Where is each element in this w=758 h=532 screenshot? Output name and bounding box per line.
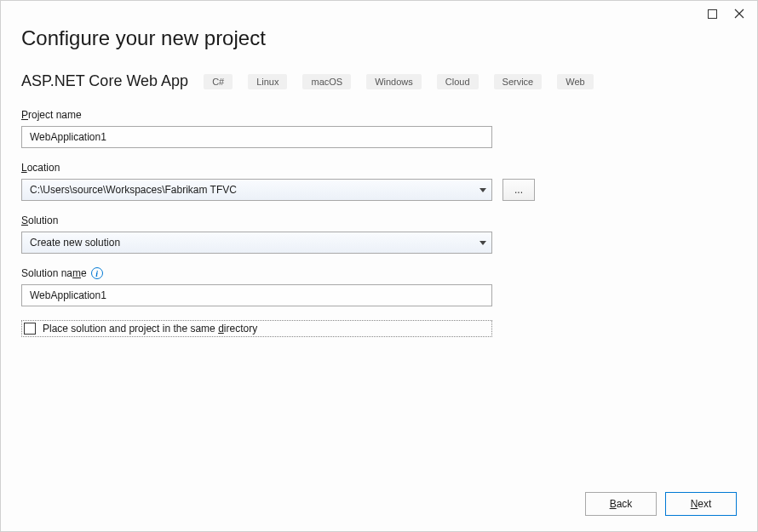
svg-rect-0 <box>708 9 716 18</box>
next-button[interactable]: Next <box>665 492 737 516</box>
chevron-down-icon <box>479 188 486 192</box>
template-tag: Web <box>557 74 593 89</box>
template-tag: Windows <box>366 74 422 89</box>
template-header: ASP.NET Core Web App C# Linux macOS Wind… <box>21 72 737 90</box>
template-tag: macOS <box>302 74 351 89</box>
project-name-label: Project name <box>21 109 737 121</box>
chevron-down-icon <box>479 241 486 245</box>
template-tag: Service <box>494 74 543 89</box>
template-name: ASP.NET Core Web App <box>21 72 188 90</box>
solution-name-input[interactable] <box>21 284 492 306</box>
solution-value: Create new solution <box>30 237 120 249</box>
location-label: Location <box>21 162 737 174</box>
maximize-button[interactable] <box>706 8 718 20</box>
template-tag: C# <box>204 74 233 89</box>
same-directory-checkbox[interactable] <box>24 323 36 335</box>
info-icon[interactable]: i <box>91 267 103 279</box>
solution-combo[interactable]: Create new solution <box>21 232 492 254</box>
location-value: C:\Users\source\Workspaces\Fabrikam TFVC <box>30 184 237 196</box>
solution-label: Solution <box>21 215 737 226</box>
template-tag: Linux <box>248 74 287 89</box>
project-name-input[interactable] <box>21 126 492 148</box>
location-combo[interactable]: C:\Users\source\Workspaces\Fabrikam TFVC <box>21 179 492 201</box>
same-directory-row[interactable]: Place solution and project in the same d… <box>21 320 492 337</box>
template-tag: Cloud <box>437 74 479 89</box>
page-title: Configure your new project <box>21 26 737 50</box>
close-button[interactable] <box>733 8 745 20</box>
browse-button[interactable]: ... <box>502 179 535 201</box>
solution-name-label: Solution name i <box>21 267 737 279</box>
same-directory-label: Place solution and project in the same d… <box>43 323 257 335</box>
back-button[interactable]: Back <box>585 492 657 516</box>
